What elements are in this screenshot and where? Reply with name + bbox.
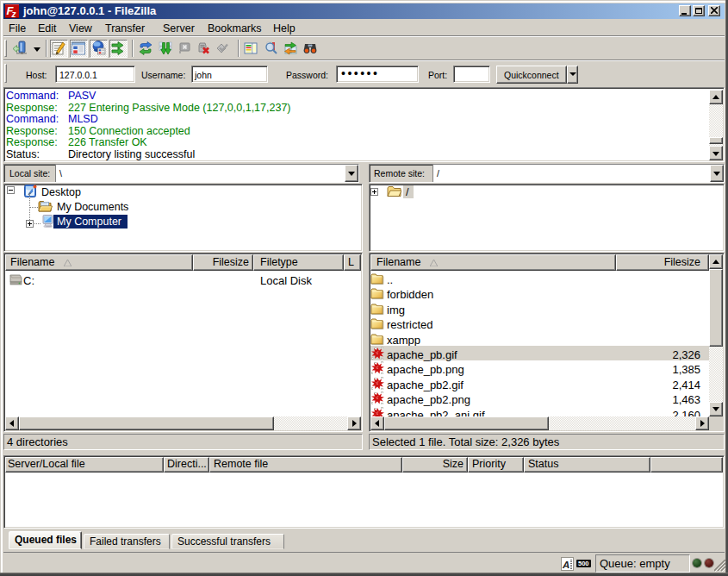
svg-text:z: z [11, 9, 16, 18]
